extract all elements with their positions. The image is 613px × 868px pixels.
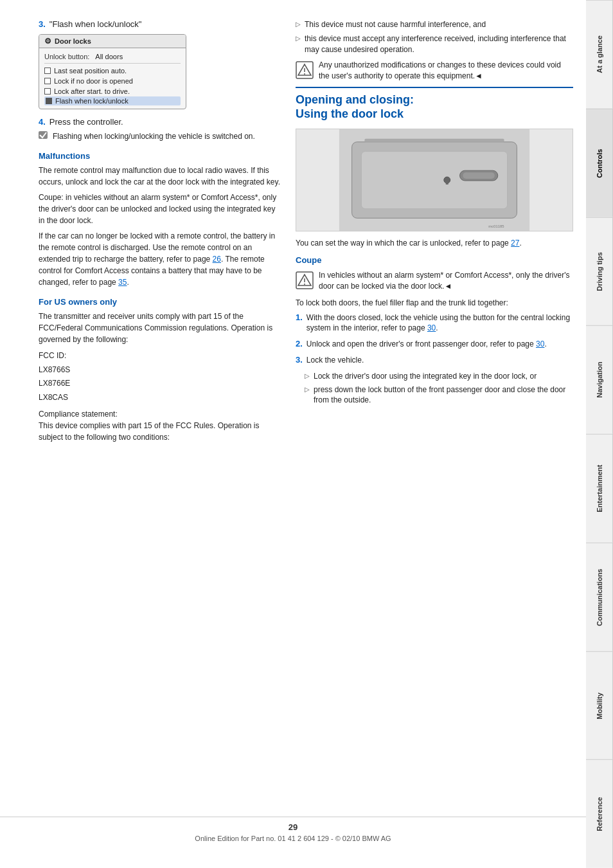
sub-bullet-2-text: press down the lock button of the front … [314, 384, 573, 406]
right-step-1: 1. With the doors closed, lock the vehic… [296, 312, 573, 334]
checkbox-4 [46, 98, 52, 104]
sub-bullet-triangle-1: ▷ [305, 372, 310, 379]
fcc-note-text: Any unauthorized modifications or change… [319, 60, 573, 82]
fcc-bullet-1-text: This device must not cause harmful inter… [305, 19, 486, 30]
coupe-heading: Coupe [296, 255, 573, 265]
bullet-triangle-2: ▷ [296, 35, 301, 42]
caption-page-ref[interactable]: 27 [511, 239, 519, 248]
malfunctions-heading: Malfunctions [39, 151, 283, 161]
step-3-text: "Flash when lock/unlock" [49, 19, 142, 29]
step-4-number: 4. [39, 117, 46, 127]
door-illustration: mc01185 [296, 129, 573, 231]
door-locks-item-1: Last seat position auto. [44, 66, 181, 76]
page-footer: 29 Online Edition for Part no. 01 41 2 6… [0, 817, 586, 842]
step-3-header: 3. "Flash when lock/unlock" [39, 19, 283, 29]
tab-entertainment-label: Entertainment [596, 465, 603, 512]
fcc-bullet-2: ▷ this device must accept any interferen… [296, 33, 573, 55]
tab-at-a-glance[interactable]: At a glance [586, 0, 613, 109]
for-us-owners-heading: For US owners only [39, 297, 283, 307]
fcc-id-3: LX8CAS [39, 393, 68, 402]
door-locks-content: Unlock button: All doors Last seat posit… [39, 48, 186, 109]
svg-point-4 [304, 73, 305, 75]
fcc-bullet-2-text: this device must accept any interference… [305, 33, 573, 55]
compliance-text: This device complies with part 15 of the… [39, 421, 259, 442]
tab-at-a-glance-label: At a glance [596, 36, 603, 74]
step1-page-ref[interactable]: 30 [427, 323, 436, 332]
svg-text:mc01185: mc01185 [488, 224, 504, 228]
sub-bullet-1: ▷ Lock the driver's door using the integ… [305, 371, 573, 382]
tab-driving-tips[interactable]: Driving tips [586, 217, 613, 326]
step-4-result: Flashing when locking/unlocking the vehi… [39, 131, 283, 142]
item-2-text: Lock if no door is opened [54, 77, 133, 85]
tab-mobility-label: Mobility [596, 692, 603, 719]
right-step-1-text: With the doors closed, lock the vehicle … [306, 312, 573, 334]
to-lock-text: To lock both doors, the fuel filler flap… [296, 297, 573, 309]
door-locks-header-row: Unlock button: All doors [44, 51, 181, 64]
tab-entertainment[interactable]: Entertainment [586, 434, 613, 543]
compliance-label: Compliance statement: [39, 410, 118, 419]
tab-communications[interactable]: Communications [586, 543, 613, 651]
malfunctions-text2: Coupe: in vehicles without an alarm syst… [39, 192, 283, 226]
for-us-text1: The transmitter and receiver units compl… [39, 311, 283, 345]
fcc-bullets-section: ▷ This device must not cause harmful int… [296, 19, 573, 82]
fcc-id-label: FCC ID: [39, 351, 66, 360]
right-step-3-text: Lock the vehicle. [306, 355, 364, 366]
sub-bullet-2: ▷ press down the lock button of the fron… [305, 384, 573, 406]
right-step-3-number: 3. [296, 355, 303, 365]
checkbox-1 [44, 68, 51, 74]
fcc-id-1: LX8766S [39, 365, 70, 374]
coupe-note-text: In vehicles without an alarm system* or … [319, 270, 573, 292]
checkbox-3 [44, 88, 51, 95]
fcc-ids: FCC ID: LX8766S LX8766E LX8CAS [39, 349, 283, 404]
svg-point-17 [304, 284, 305, 285]
item-3-text: Lock after start. to drive. [54, 87, 130, 95]
bullet-triangle-1: ▷ [296, 21, 301, 28]
note-triangle-icon [296, 61, 314, 79]
door-locks-item-4: Flash when lock/unlock [44, 96, 181, 105]
right-step-2-text: Unlock and open the driver's or front pa… [306, 339, 547, 350]
tab-reference[interactable]: Reference [586, 759, 613, 868]
checkmark-icon [39, 131, 49, 140]
door-locks-item-2: Lock if no door is opened [44, 76, 181, 86]
checkbox-2 [44, 78, 51, 84]
item-1-text: Last seat position auto. [54, 67, 127, 75]
page-ref-35[interactable]: 35 [118, 278, 127, 287]
heading-line1: Opening and closing: [296, 93, 414, 106]
right-step-2-number: 2. [296, 339, 303, 348]
door-locks-box: ⚙ Door locks Unlock button: All doors La… [39, 34, 186, 109]
sub-bullet-1-text: Lock the driver's door using the integra… [314, 371, 537, 382]
left-column: 3. "Flash when lock/unlock" ⚙ Door locks… [39, 19, 283, 849]
page-ref-26[interactable]: 26 [213, 255, 221, 264]
step-4-header: 4. Press the controller. [39, 117, 283, 127]
footer-text: Online Edition for Part no. 01 41 2 604 … [195, 835, 391, 842]
right-step-3: 3. Lock the vehicle. [296, 355, 573, 366]
malfunctions-text1: The remote control may malfunction due t… [39, 165, 283, 188]
fcc-bullet-1: ▷ This device must not cause harmful int… [296, 19, 573, 30]
item-4-text: Flash when lock/unlock [55, 97, 129, 105]
svg-rect-11 [446, 180, 449, 185]
door-caption: You can set the way in which the car is … [296, 238, 573, 249]
heading-line2: Using the door lock [296, 107, 404, 120]
step2-page-ref[interactable]: 30 [536, 339, 544, 348]
opening-closing-heading: Opening and closing: Using the door lock [296, 87, 573, 121]
page-number: 29 [0, 822, 586, 832]
fcc-id-2: LX8766E [39, 379, 70, 388]
tab-driving-tips-label: Driving tips [596, 252, 603, 291]
svg-rect-12 [364, 139, 504, 142]
sub-bullet-triangle-2: ▷ [305, 386, 310, 393]
door-locks-title: ⚙ Door locks [39, 35, 186, 48]
fcc-note-box: Any unauthorized modifications or change… [296, 60, 573, 82]
door-locks-item-3: Lock after start. to drive. [44, 86, 181, 96]
tab-controls-label: Controls [596, 149, 603, 177]
step-3-number: 3. [39, 19, 46, 29]
tab-navigation[interactable]: Navigation [586, 325, 613, 434]
svg-rect-9 [463, 172, 494, 179]
door-image-box: mc01185 [296, 129, 573, 231]
right-step-1-number: 1. [296, 312, 303, 322]
tab-mobility[interactable]: Mobility [586, 651, 613, 760]
right-column: ▷ This device must not cause harmful int… [296, 19, 573, 849]
tab-controls[interactable]: Controls [586, 109, 613, 217]
tab-navigation-label: Navigation [596, 362, 603, 398]
coupe-note-icon [296, 271, 314, 289]
door-locks-icon: ⚙ [44, 37, 51, 46]
